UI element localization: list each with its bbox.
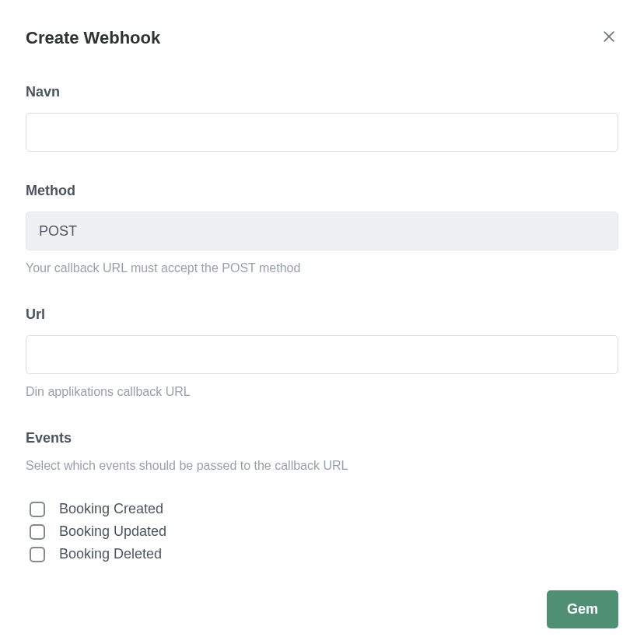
close-icon bbox=[601, 29, 617, 47]
modal-title: Create Webhook bbox=[26, 28, 160, 48]
event-label-booking-created[interactable]: Booking Created bbox=[59, 501, 163, 517]
method-input bbox=[26, 212, 618, 250]
name-label: Navn bbox=[26, 84, 618, 100]
events-field-group: Events Select which events should be pas… bbox=[26, 430, 618, 569]
modal-footer: Gem bbox=[26, 590, 618, 628]
url-label: Url bbox=[26, 306, 618, 323]
name-input[interactable] bbox=[26, 113, 618, 152]
event-checkbox-booking-created[interactable] bbox=[30, 502, 45, 517]
create-webhook-modal: Create Webhook Navn Method Your callback… bbox=[0, 0, 644, 644]
event-checkbox-booking-updated[interactable] bbox=[30, 524, 45, 540]
close-button[interactable] bbox=[600, 28, 618, 47]
url-field-group: Url Din applikations callback URL bbox=[26, 306, 618, 399]
method-help-text: Your callback URL must accept the POST m… bbox=[26, 261, 618, 275]
events-help-text: Select which events should be passed to … bbox=[26, 459, 618, 473]
url-help-text: Din applikations callback URL bbox=[26, 385, 618, 399]
event-checkbox-booking-deleted[interactable] bbox=[30, 547, 45, 562]
modal-header: Create Webhook bbox=[26, 28, 618, 48]
name-field-group: Navn bbox=[26, 84, 618, 152]
events-label: Events bbox=[26, 430, 618, 446]
event-item-booking-updated: Booking Updated bbox=[26, 523, 618, 540]
event-label-booking-deleted[interactable]: Booking Deleted bbox=[59, 546, 162, 562]
events-list: Booking Created Booking Updated Booking … bbox=[26, 501, 618, 562]
method-label: Method bbox=[26, 183, 618, 199]
url-input[interactable] bbox=[26, 335, 618, 374]
method-field-group: Method Your callback URL must accept the… bbox=[26, 183, 618, 275]
save-button[interactable]: Gem bbox=[547, 590, 618, 628]
event-label-booking-updated[interactable]: Booking Updated bbox=[59, 523, 166, 540]
event-item-booking-created: Booking Created bbox=[26, 501, 618, 517]
event-item-booking-deleted: Booking Deleted bbox=[26, 546, 618, 562]
